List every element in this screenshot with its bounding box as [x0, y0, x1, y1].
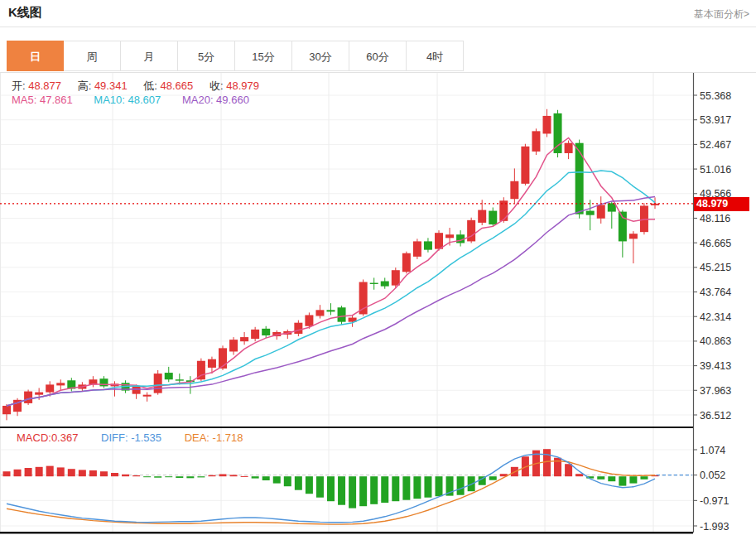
ma-readout: MA5: 47.861 MA10: 48.607 MA20: 49.660 — [12, 94, 249, 106]
page-title: K线图 — [8, 5, 42, 21]
tab-interval-1[interactable]: 周 — [64, 41, 121, 71]
interval-tabs: 日周月5分15分30分60分4时 — [7, 41, 464, 72]
dea-value: DEA: -1.718 — [185, 431, 243, 444]
svg-text:55.368: 55.368 — [700, 90, 731, 102]
tab-interval-2[interactable]: 月 — [121, 41, 178, 71]
macd-panel — [1, 449, 693, 524]
svg-text:39.413: 39.413 — [700, 360, 731, 372]
svg-text:40.863: 40.863 — [700, 335, 731, 347]
gridlines — [1, 73, 694, 533]
svg-text:53.917: 53.917 — [700, 114, 731, 126]
high-value: 49.341 — [94, 80, 128, 92]
open-label: 开: — [12, 80, 26, 92]
svg-text:-1.993: -1.993 — [700, 521, 729, 533]
last-price-badge: 48.979 — [694, 197, 749, 211]
tab-interval-4[interactable]: 15分 — [235, 41, 292, 71]
svg-text:0.052: 0.052 — [700, 470, 725, 481]
open-value: 48.877 — [28, 80, 61, 92]
ma5-value: MA5: 47.861 — [12, 94, 73, 106]
tab-interval-0[interactable]: 日 — [7, 41, 64, 71]
ma20-value: MA20: 49.660 — [182, 94, 249, 106]
candlestick-series — [2, 109, 659, 421]
price-axis: 55.36853.91752.46751.01649.56648.11646.6… — [693, 73, 731, 533]
svg-text:36.512: 36.512 — [700, 410, 731, 422]
svg-text:51.016: 51.016 — [700, 164, 731, 176]
svg-text:48.116: 48.116 — [700, 213, 730, 224]
low-label: 低: — [143, 80, 157, 92]
tab-bar: 日周月5分15分30分60分4时 — [0, 41, 756, 73]
tab-interval-5[interactable]: 30分 — [292, 41, 349, 71]
svg-text:1.074: 1.074 — [700, 445, 725, 456]
svg-text:43.764: 43.764 — [700, 287, 731, 298]
ma20-line — [7, 197, 655, 407]
close-label: 收: — [209, 80, 224, 92]
tab-interval-6[interactable]: 60分 — [349, 41, 407, 71]
ma10-line — [7, 171, 655, 406]
tab-interval-7[interactable]: 4时 — [407, 41, 464, 71]
header-divider — [0, 27, 756, 27]
diff-value: DIFF: -1.535 — [101, 431, 161, 444]
macd-value: MACD:0.367 — [17, 431, 78, 444]
svg-text:46.665: 46.665 — [700, 238, 731, 249]
ma10-value: MA10: 48.607 — [94, 94, 161, 106]
macd-readout: MACD:0.367 DIFF: -1.535 DEA: -1.718 — [17, 431, 243, 444]
close-value: 48.979 — [226, 80, 259, 92]
svg-text:-0.971: -0.971 — [700, 495, 729, 507]
fundamental-analysis-link[interactable]: 基本面分析> — [694, 7, 749, 22]
ohlc-readout: 开: 48.877 高: 49.341 低: 48.665 收: 48.979 — [12, 79, 272, 94]
svg-text:45.215: 45.215 — [700, 262, 731, 273]
high-label: 高: — [78, 80, 92, 92]
low-value: 48.665 — [161, 80, 194, 92]
tab-interval-3[interactable]: 5分 — [178, 41, 235, 71]
svg-text:37.963: 37.963 — [700, 385, 731, 397]
kline-page: 55.36853.91752.46751.01649.56648.11646.6… — [0, 0, 756, 535]
svg-text:42.314: 42.314 — [700, 311, 731, 323]
svg-text:52.467: 52.467 — [700, 139, 731, 151]
